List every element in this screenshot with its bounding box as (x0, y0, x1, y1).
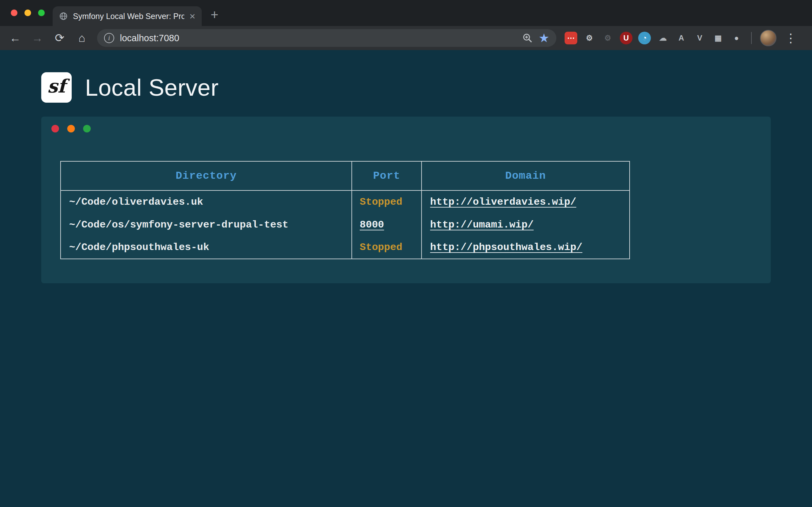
table-row: ~/Code/oliverdavies.uk Stopped http://ol… (61, 190, 629, 213)
port-status: Stopped (360, 196, 402, 208)
table-row: ~/Code/phpsouthwales-uk Stopped http://p… (61, 236, 629, 259)
browser-window: Symfony Local Web Server: Prox × + ← → ⟳… (0, 0, 812, 507)
toolbar-divider (751, 32, 752, 44)
v-extension-icon[interactable]: V (693, 32, 706, 44)
domain-link[interactable]: http://oliverdavies.wip/ (430, 196, 576, 208)
symfony-logo-text: sf (47, 75, 66, 97)
browser-menu-icon[interactable]: ⋮ (785, 32, 797, 44)
cloud-extension-icon[interactable]: ☁ (657, 32, 669, 44)
brand-header: sf Local Server (41, 72, 218, 103)
column-header-directory: Directory (61, 161, 352, 190)
column-header-port: Port (352, 161, 421, 190)
address-bar[interactable]: i localhost:7080 ★ (97, 29, 556, 47)
browser-tab[interactable]: Symfony Local Web Server: Prox × (53, 6, 202, 26)
profile-avatar[interactable] (760, 30, 776, 46)
forward-icon[interactable]: → (31, 32, 44, 44)
symfony-logo: sf (41, 72, 72, 103)
home-icon[interactable]: ⌂ (75, 32, 89, 44)
back-icon[interactable]: ← (8, 32, 22, 44)
site-info-icon[interactable]: i (104, 33, 114, 43)
red-menu-extension-icon[interactable]: ⋯ (565, 32, 577, 44)
page-title: Local Server (85, 74, 218, 101)
page-content: sf Local Server Directory Port Domain (0, 50, 812, 507)
card-traffic-dots (51, 125, 91, 132)
letter-a-extension-icon[interactable]: A (675, 32, 688, 44)
red-dot-icon (51, 125, 59, 132)
ublock-extension-icon[interactable]: U (620, 32, 632, 44)
pattern-extension-icon[interactable]: ▦ (712, 32, 724, 44)
bookmark-star-icon[interactable]: ★ (539, 32, 549, 44)
directory-cell: ~/Code/oliverdavies.uk (61, 190, 352, 213)
gear-extension-icon[interactable]: ⚙ (583, 32, 596, 44)
new-tab-button[interactable]: + (211, 8, 218, 21)
dark-gear-extension-icon[interactable]: ⚙ (601, 32, 614, 44)
green-dot-icon (83, 125, 91, 132)
tab-strip: Symfony Local Web Server: Prox × + (0, 0, 812, 26)
port-status: Stopped (360, 241, 402, 253)
close-window-button[interactable] (11, 9, 17, 16)
column-header-domain: Domain (421, 161, 629, 190)
browser-toolbar: ← → ⟳ ⌂ i localhost:7080 ★ ⋯ ⚙ ⚙ U ◔ ☁ (0, 26, 812, 50)
tab-title: Symfony Local Web Server: Prox (73, 12, 184, 21)
servers-table: Directory Port Domain ~/Code/oliverdavie… (60, 161, 630, 259)
extensions-bar: ⋯ ⚙ ⚙ U ◔ ☁ A V ▦ ● (565, 32, 743, 44)
server-card: Directory Port Domain ~/Code/oliverdavie… (41, 117, 771, 283)
url-text[interactable]: localhost:7080 (120, 33, 516, 43)
domain-link[interactable]: http://umami.wip/ (430, 219, 534, 231)
clock-extension-icon[interactable]: ◔ (638, 32, 651, 44)
globe-favicon-icon (59, 12, 68, 20)
table-header-row: Directory Port Domain (61, 161, 629, 190)
minimize-window-button[interactable] (24, 9, 31, 16)
zoom-magnifier-icon[interactable] (522, 33, 533, 43)
orange-dot-icon (67, 125, 75, 132)
tab-close-icon[interactable]: × (189, 11, 195, 21)
port-link[interactable]: 8000 (360, 219, 384, 231)
domain-link[interactable]: http://phpsouthwales.wip/ (430, 241, 582, 253)
reload-icon[interactable]: ⟳ (53, 32, 67, 44)
directory-cell: ~/Code/phpsouthwales-uk (61, 236, 352, 259)
table-row: ~/Code/os/symfony-server-drupal-test 800… (61, 213, 629, 236)
window-controls (11, 9, 45, 16)
zoom-window-button[interactable] (38, 9, 45, 16)
github-extension-icon[interactable]: ● (730, 32, 743, 44)
directory-cell: ~/Code/os/symfony-server-drupal-test (61, 213, 352, 236)
